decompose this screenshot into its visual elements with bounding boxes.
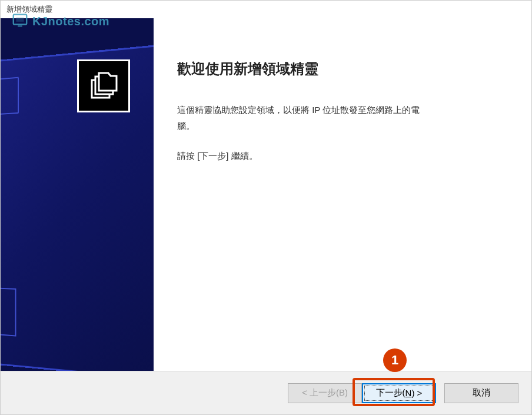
back-button: < 上一步(B) <box>288 383 362 403</box>
svg-rect-1 <box>16 17 24 22</box>
watermark-icon <box>11 11 29 31</box>
next-button-prefix: 下一步( <box>376 387 405 399</box>
wizard-sidebar-graphic <box>1 18 154 373</box>
scope-folder-icon <box>77 59 130 112</box>
svg-rect-2 <box>18 25 22 26</box>
wizard-description-line1: 這個精靈協助您設定領域，以便將 IP 位址散發至您網路上的電 <box>177 105 420 115</box>
annotation-callout-badge: 1 <box>383 348 407 372</box>
wizard-main-panel: 歡迎使用新增領域精靈 這個精靈協助您設定領域，以便將 IP 位址散發至您網路上的… <box>154 18 531 373</box>
wizard-content: 歡迎使用新增領域精靈 這個精靈協助您設定領域，以便將 IP 位址散發至您網路上的… <box>1 18 531 373</box>
watermark: KJnotes.com <box>11 11 109 31</box>
wizard-continue-hint: 請按 [下一步] 繼續。 <box>177 148 508 164</box>
wizard-button-bar: < 上一步(B) 下一步(N) > 取消 <box>1 371 531 414</box>
wizard-description-line2: 腦。 <box>177 121 195 131</box>
next-button-accelerator: N <box>405 388 412 398</box>
next-button[interactable]: 下一步(N) > <box>362 383 436 403</box>
wizard-description: 這個精靈協助您設定領域，以便將 IP 位址散發至您網路上的電 腦。 <box>177 102 508 134</box>
wizard-heading: 歡迎使用新增領域精靈 <box>177 59 508 78</box>
watermark-text: KJnotes.com <box>32 15 109 28</box>
next-button-suffix: ) > <box>411 388 422 398</box>
cancel-button[interactable]: 取消 <box>444 383 518 403</box>
